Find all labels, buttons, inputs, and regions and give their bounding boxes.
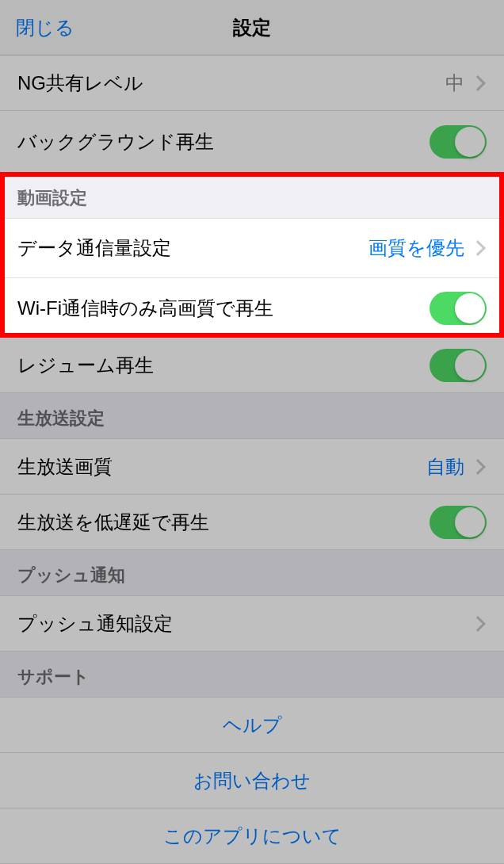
wifi-hq-row: Wi-Fi通信時のみ高画質で再生: [0, 278, 504, 338]
page-title: 設定: [233, 15, 271, 40]
ng-share-value: 中: [445, 71, 464, 96]
live-quality-value: 自動: [426, 454, 464, 480]
live-quality-label: 生放送画質: [17, 454, 426, 480]
background-play-label: バックグラウンド再生: [17, 129, 430, 155]
background-play-toggle[interactable]: [430, 125, 487, 159]
push-section-header: プッシュ通知: [0, 550, 504, 596]
wifi-hq-label: Wi-Fi通信時のみ高画質で再生: [17, 296, 430, 321]
resume-row: レジューム再生: [0, 338, 504, 393]
push-settings-row[interactable]: プッシュ通知設定: [0, 596, 504, 652]
chevron-right-icon: [470, 459, 486, 475]
ng-share-label: NG共有レベル: [17, 71, 445, 96]
help-link[interactable]: ヘルプ: [0, 698, 504, 753]
live-low-latency-toggle[interactable]: [430, 506, 487, 539]
support-section-title: サポート: [17, 665, 90, 689]
support-section-header: サポート: [0, 652, 504, 698]
chevron-right-icon: [470, 75, 486, 91]
data-usage-value: 画質を優先: [368, 235, 464, 261]
live-quality-row[interactable]: 生放送画質 自動: [0, 439, 504, 495]
chevron-right-icon: [470, 616, 486, 632]
live-section-title: 生放送設定: [17, 407, 105, 430]
about-link[interactable]: このアプリについて: [0, 809, 504, 864]
push-settings-label: プッシュ通知設定: [17, 611, 472, 637]
live-low-latency-label: 生放送を低遅延で再生: [17, 510, 430, 535]
video-settings-group: データ通信量設定 画質を優先 Wi-Fi通信時のみ高画質で再生: [0, 219, 504, 338]
resume-label: レジューム再生: [17, 353, 430, 378]
contact-link[interactable]: お問い合わせ: [0, 753, 504, 809]
data-usage-label: データ通信量設定: [17, 235, 368, 261]
wifi-hq-toggle[interactable]: [430, 292, 487, 325]
chevron-right-icon: [470, 240, 486, 256]
resume-toggle[interactable]: [430, 349, 487, 382]
data-usage-row[interactable]: データ通信量設定 画質を優先: [0, 219, 504, 278]
video-section-title: 動画設定: [17, 186, 87, 210]
video-section-header: 動画設定: [0, 173, 504, 219]
background-play-row: バックグラウンド再生: [0, 111, 504, 173]
header-bar: 閉じる 設定: [0, 0, 504, 55]
push-section-title: プッシュ通知: [17, 564, 125, 587]
close-button[interactable]: 閉じる: [16, 15, 74, 40]
live-section-header: 生放送設定: [0, 393, 504, 439]
live-low-latency-row: 生放送を低遅延で再生: [0, 495, 504, 550]
ng-share-row[interactable]: NG共有レベル 中: [0, 55, 504, 111]
